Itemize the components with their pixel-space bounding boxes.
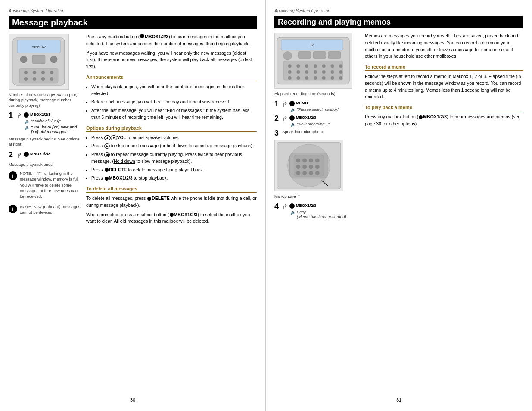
svg-point-13 [41, 77, 45, 81]
svg-point-31 [296, 70, 300, 74]
svg-point-56 [296, 171, 300, 175]
option-item-4: Press DELETE to delete message being pla… [91, 167, 257, 174]
svg-point-52 [296, 165, 300, 169]
svg-point-51 [315, 159, 320, 163]
left-page-num: 30 [9, 390, 257, 402]
r-step4-arrow: ↱ [282, 203, 288, 211]
right-right-col: Memos are messages you record yourself. … [365, 33, 523, 390]
r-step3-row: 3 Speak into microphone [274, 129, 361, 137]
right-section-title: Recording and playing memos [274, 16, 523, 28]
step1-dot [24, 112, 29, 118]
step1-row: 1 ↱ MBOX1/2/3 🔈 "Mailbox [1/2/3]" 🔈 [9, 112, 82, 134]
r-step1-arrow: ↱ [282, 100, 288, 109]
svg-point-43 [339, 76, 342, 80]
r-step1-label: MEMO [296, 101, 308, 105]
svg-point-50 [309, 159, 313, 163]
svg-point-11 [24, 77, 28, 81]
step1-num: 1 [9, 112, 15, 119]
delete-body2: When prompted, press a mailbox button (M… [86, 212, 257, 225]
record-body: Follow the steps at left to record a mem… [365, 73, 523, 100]
svg-point-7 [24, 71, 28, 74]
step1-label: MBOX1/2/3 [30, 112, 50, 117]
svg-point-10 [50, 71, 53, 74]
playback-title: To play back a memo [365, 105, 523, 111]
right-body1: Memos are messages you record yourself. … [365, 33, 523, 60]
r-step3-num: 3 [274, 129, 280, 137]
announcements-list: When playback begins, you will hear the … [91, 84, 257, 121]
step2-desc: Message playback ends. [9, 162, 82, 167]
r-step2-row: 2 ↱ MBOX1/2/3 🔈 "Now recording..." [274, 115, 361, 127]
r-step1-sub: 🔈 "Please select mailbox" [290, 107, 339, 112]
svg-point-54 [309, 165, 313, 169]
step2-arrow: ↱ [16, 151, 22, 159]
phone-image-right: 12 [274, 33, 352, 89]
svg-point-40 [314, 76, 317, 80]
r-step4-label: MBOX1/2/3 [296, 203, 316, 208]
svg-text:DISPLAY: DISPLAY [31, 45, 46, 49]
r-step2-num: 2 [274, 115, 280, 122]
svg-rect-22 [283, 61, 343, 80]
elapsed-caption: Elapsed recording time (seconds) [274, 91, 361, 97]
right-page-header: Answering System Operation [274, 9, 523, 13]
note2-box: i NOTE: New (unheard) messages cannot be… [9, 204, 82, 215]
svg-point-38 [296, 76, 300, 80]
svg-point-33 [314, 70, 317, 74]
svg-point-25 [305, 64, 308, 68]
svg-point-57 [302, 171, 307, 175]
announcement-item-3: After the last message, you will hear "E… [91, 107, 257, 121]
svg-point-12 [33, 77, 36, 81]
svg-point-27 [322, 64, 326, 68]
delete-title: To delete all messages [86, 186, 257, 193]
svg-point-4 [20, 56, 27, 63]
microphone-image [274, 140, 343, 191]
step2-row: 2 ↱ MBOX1/2/3 [9, 151, 82, 159]
step1-sub: 🔈 "Mailbox [1/2/3]" [25, 118, 82, 124]
svg-rect-20 [328, 51, 341, 58]
right-left-col: 12 [274, 33, 361, 390]
left-col-caption: Number of new messages waiting (or, duri… [9, 92, 82, 108]
svg-point-21 [283, 51, 292, 60]
step1-desc: Message playback begins. See options at … [9, 137, 82, 147]
left-page: Answering System Operation Message playb… [0, 0, 266, 411]
note2-icon: i [9, 205, 17, 213]
step2-label: MBOX1/2/3 [30, 152, 50, 156]
svg-point-55 [315, 165, 320, 169]
svg-rect-6 [19, 68, 58, 83]
r-step2-arrow: ↱ [282, 115, 288, 123]
body-intro: Press any mailbox button (MBOX1/2/3) to … [86, 34, 257, 47]
svg-point-39 [305, 76, 308, 80]
r-step2-label: MBOX1/2/3 [296, 115, 316, 120]
r-step3-desc: Speak into microphone [282, 129, 324, 134]
options-list: Press ▲▼VOL to adjust speaker volume. Pr… [91, 134, 257, 182]
svg-point-26 [314, 64, 317, 68]
svg-point-36 [339, 70, 342, 74]
playback-body: Press any mailbox button (MBOX1/2/3) to … [365, 114, 523, 128]
note1-icon: i [9, 171, 17, 180]
note2-text: NOTE: New (unheard) messages cannot be d… [20, 204, 82, 215]
r-step2-dot [289, 115, 295, 121]
r-step4-row: 4 ↱ MBOX1/2/3 🔈 Beep (Memo has been reco… [274, 202, 361, 219]
svg-point-5 [50, 56, 57, 63]
svg-point-29 [339, 64, 342, 68]
step2-num: 2 [9, 151, 15, 159]
right-page-num: 31 [274, 390, 523, 402]
svg-point-9 [41, 71, 45, 74]
left-page-header: Answering System Operation [9, 9, 257, 13]
step1-sub2: 🔈 "You have [xx] new and [xx] old messag… [25, 125, 82, 134]
r-step4-num: 4 [274, 202, 280, 210]
delete-body1: To delete all messages, press DELETE whi… [86, 195, 257, 209]
option-item-1: Press ▲▼VOL to adjust speaker volume. [91, 134, 257, 141]
body2: If you have new messages waiting, you wi… [86, 50, 257, 70]
svg-point-34 [322, 70, 326, 74]
svg-point-53 [302, 165, 307, 169]
svg-point-37 [288, 76, 292, 80]
svg-point-48 [296, 159, 300, 163]
option-item-3: Press ◀ to repeat message currently play… [91, 151, 257, 165]
step1-arrow: ↱ [16, 112, 22, 120]
svg-point-28 [331, 64, 334, 68]
svg-point-32 [305, 70, 308, 74]
microphone-caption: Microphone ↑ [274, 193, 361, 199]
r-step4-dot [289, 203, 295, 209]
r-step2-sub: 🔈 "Now recording..." [290, 121, 330, 127]
svg-point-8 [33, 71, 36, 74]
